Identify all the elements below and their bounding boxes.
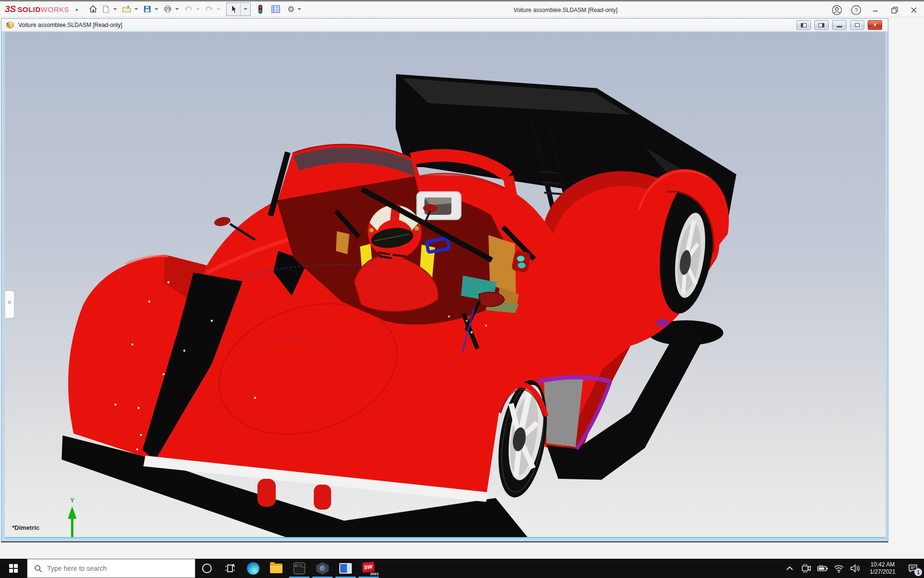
redo-dropdown-arrow[interactable] <box>217 8 220 10</box>
undo-icon <box>184 5 193 13</box>
select-tool-button[interactable] <box>227 3 240 15</box>
minimize-button[interactable] <box>869 4 882 16</box>
volume-button[interactable] <box>847 559 863 578</box>
edge-icon <box>247 562 259 575</box>
solidworks-taskbar-button[interactable]: SW 2021 <box>357 559 380 578</box>
notification-badge: 1 <box>914 568 922 576</box>
triad-y-label: Y <box>70 497 75 504</box>
search-icon <box>34 565 42 573</box>
wifi-icon <box>834 565 844 573</box>
taskbar: C:\_ SW 2021 <box>0 559 924 578</box>
new-document-button[interactable] <box>100 2 112 16</box>
save-dropdown-arrow[interactable] <box>154 8 158 10</box>
task-view-icon <box>224 563 236 574</box>
new-document-icon <box>102 5 110 13</box>
select-dropdown-arrow <box>244 8 247 10</box>
performance-button[interactable] <box>256 2 265 16</box>
menu-flyout-arrow[interactable]: ▸ <box>76 7 78 12</box>
battery-button[interactable] <box>814 559 831 578</box>
settings-button[interactable]: ⚙ <box>285 2 296 16</box>
redo-button[interactable] <box>203 2 216 16</box>
titlebar-right: ? <box>831 1 920 19</box>
tab-knob-icon <box>8 301 11 304</box>
document-titlebar[interactable]: Voiture assomblee.SLDASM [Read-only] × <box>1 19 888 32</box>
pane-right-icon <box>819 23 824 27</box>
help-button[interactable]: ? <box>850 4 862 16</box>
doc-minimize-icon <box>837 26 842 27</box>
cortana-icon <box>201 563 213 574</box>
open-button[interactable] <box>120 2 133 16</box>
start-button[interactable] <box>0 559 27 578</box>
date-text: 1/27/2021 <box>863 568 902 576</box>
restore-button[interactable] <box>888 4 901 16</box>
wifi-button[interactable] <box>831 559 847 578</box>
document-window-controls: × <box>796 20 882 30</box>
select-tool-group <box>226 2 251 16</box>
clock[interactable]: 10:42 AM 1/27/2021 <box>863 561 902 576</box>
svg-text:?: ? <box>855 7 858 14</box>
solidworks-year-badge: 2021 <box>370 572 379 576</box>
select-cursor-icon <box>230 5 237 13</box>
command-prompt-icon: C:\_ <box>294 563 305 574</box>
gear-icon: ⚙ <box>287 5 295 13</box>
home-button[interactable] <box>87 2 100 16</box>
pane-left-button[interactable] <box>796 20 811 30</box>
race-car-model[interactable] <box>5 32 886 538</box>
window-app-button[interactable] <box>334 559 357 578</box>
home-icon <box>89 5 98 13</box>
doc-restore-icon <box>855 23 860 27</box>
cortana-button[interactable] <box>195 559 218 578</box>
undo-button[interactable] <box>182 2 195 16</box>
screen: 3S SOLID WORKS ▸ <box>0 0 924 578</box>
document-window: Voiture assomblee.SLDASM [Read-only] × <box>1 18 888 542</box>
app-titlebar: 3S SOLID WORKS ▸ <box>0 0 924 17</box>
print-button[interactable] <box>161 2 174 16</box>
help-icon: ? <box>851 5 861 15</box>
document-title: Voiture assomblee.SLDASM [Read-only] <box>18 22 122 28</box>
system-tray: 10:42 AM 1/27/2021 1 <box>782 559 924 578</box>
close-icon <box>911 7 917 13</box>
pane-left-icon <box>801 23 807 27</box>
new-dropdown-arrow[interactable] <box>113 8 117 10</box>
print-dropdown-arrow[interactable] <box>175 8 179 10</box>
doc-minimize-button[interactable] <box>832 20 847 30</box>
save-button[interactable] <box>141 2 154 16</box>
windows-logo-icon <box>9 564 18 573</box>
undo-dropdown-arrow[interactable] <box>196 8 200 10</box>
pane-right-button[interactable] <box>814 20 829 30</box>
file-explorer-icon <box>270 564 282 573</box>
open-dropdown-arrow[interactable] <box>134 8 138 10</box>
command-prompt-button[interactable]: C:\_ <box>288 559 311 578</box>
close-button[interactable] <box>908 4 920 16</box>
account-button[interactable] <box>831 4 843 16</box>
search-input[interactable] <box>47 565 172 572</box>
task-view-button[interactable] <box>218 559 242 578</box>
doc-close-icon: × <box>873 22 876 28</box>
brand-works: WORKS <box>41 5 69 13</box>
select-dropdown-button[interactable] <box>240 3 250 15</box>
restore-icon <box>891 6 898 14</box>
time-text: 10:42 AM <box>863 561 902 568</box>
print-icon <box>163 5 172 13</box>
taskbar-search[interactable] <box>27 559 195 578</box>
hexagon-app-button[interactable] <box>311 559 334 578</box>
settings-dropdown-arrow[interactable] <box>297 8 301 10</box>
doc-restore-button[interactable] <box>850 20 864 30</box>
hidden-icons-button[interactable] <box>782 559 798 578</box>
options-list-button[interactable] <box>269 2 282 16</box>
file-explorer-button[interactable] <box>265 559 288 578</box>
minimize-icon <box>872 7 879 13</box>
notification-center-button[interactable]: 1 <box>902 559 924 578</box>
feature-manager-collapsed-tab[interactable] <box>5 290 14 318</box>
main-toolbar: ⚙ <box>87 0 304 18</box>
solidworks-icon: SW 2021 <box>361 562 376 575</box>
screen-record-button[interactable] <box>798 559 814 578</box>
hexagon-app-icon <box>316 562 329 575</box>
graphics-viewport[interactable]: Y X *Dimetric <box>5 32 886 538</box>
doc-close-button[interactable]: × <box>868 20 882 30</box>
save-icon <box>143 5 152 13</box>
edge-button[interactable] <box>242 559 265 578</box>
orientation-triad: Y X <box>31 492 128 538</box>
open-folder-icon <box>122 5 131 13</box>
view-orientation-label: *Dimetric <box>12 524 39 531</box>
